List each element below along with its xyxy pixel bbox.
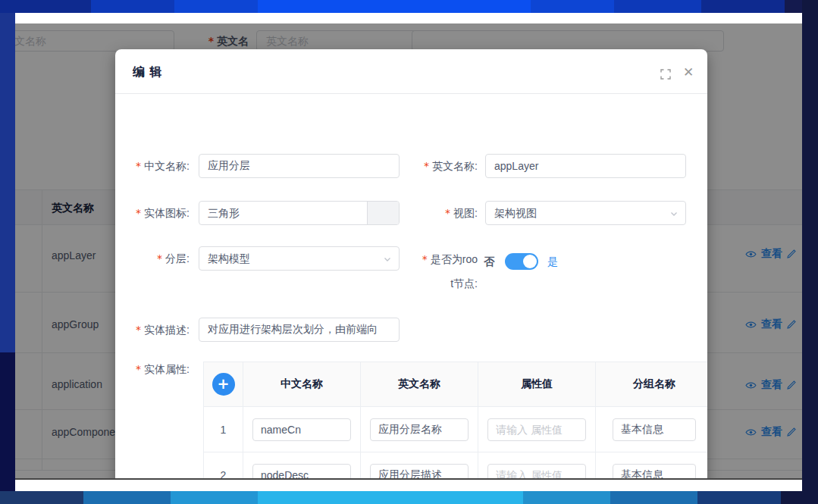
attribute-row: 1 xyxy=(204,406,707,452)
toggle-knob xyxy=(523,255,537,268)
entity-desc-label: *实体描述: xyxy=(115,318,190,342)
browser-viewport: *英文名 英文名称 appLayer appGroup application … xyxy=(15,23,802,480)
left-frame-lower xyxy=(0,352,15,491)
cn-name-input[interactable] xyxy=(199,154,400,178)
attribute-row: 2 xyxy=(204,452,707,480)
attr-value-input[interactable] xyxy=(487,464,586,481)
required-asterisk: * xyxy=(422,253,428,265)
attr-en-input[interactable] xyxy=(370,464,469,481)
app-screen: *英文名 英文名称 appLayer appGroup application … xyxy=(15,13,802,491)
modal-title: 编 辑 xyxy=(133,49,162,94)
attr-en-input[interactable] xyxy=(370,418,469,441)
layer-select[interactable]: 架构模型 xyxy=(199,246,400,271)
fullscreen-button[interactable] xyxy=(659,67,672,81)
modal-body: *中文名称: *英文名称: *实体图标: 三角形 xyxy=(115,94,707,480)
entity-desc-input[interactable] xyxy=(199,318,400,342)
attr-group-input[interactable] xyxy=(613,418,696,441)
fullscreen-icon xyxy=(660,69,671,80)
view-select[interactable]: 架构视图 xyxy=(485,201,686,225)
attr-header-value: 属性值 xyxy=(478,362,596,406)
layer-label: *分层: xyxy=(115,246,190,271)
en-name-label: *英文名称: xyxy=(403,154,478,178)
entity-attrs-label: *实体属性: xyxy=(115,357,190,381)
bottom-banner xyxy=(0,491,818,504)
close-icon: ✕ xyxy=(683,66,694,80)
attribute-table-header: + 中文名称 英文名称 属性值 分组名称 xyxy=(204,362,707,406)
attr-cn-input[interactable] xyxy=(252,418,351,441)
attr-group-input[interactable] xyxy=(613,464,696,481)
row-index: 2 xyxy=(204,452,243,480)
top-banner xyxy=(0,0,818,13)
required-asterisk: * xyxy=(136,160,141,172)
layer-select-value: 架构模型 xyxy=(208,252,250,265)
left-frame-upper xyxy=(0,13,15,352)
required-asterisk: * xyxy=(136,363,141,375)
chevron-down-icon xyxy=(669,209,679,218)
is-root-toggle[interactable] xyxy=(505,253,538,270)
modal-header: 编 辑 ✕ xyxy=(115,49,707,94)
toggle-on-label: 是 xyxy=(547,253,558,270)
toggle-off-label: 否 xyxy=(484,253,494,270)
is-root-label-line2: t节点: xyxy=(403,275,478,292)
attr-value-input[interactable] xyxy=(487,418,586,441)
close-button[interactable]: ✕ xyxy=(682,66,695,80)
required-asterisk: * xyxy=(157,252,162,265)
is-root-label-line1: *是否为roo xyxy=(403,251,478,268)
add-attribute-button[interactable]: + xyxy=(212,373,235,396)
required-asterisk: * xyxy=(424,160,429,172)
en-name-input[interactable] xyxy=(485,154,686,178)
cn-name-label: *中文名称: xyxy=(115,154,190,178)
view-label: *视图: xyxy=(403,201,478,225)
attribute-table: + 中文名称 英文名称 属性值 分组名称 1 xyxy=(203,362,707,480)
decorative-frame: *英文名 英文名称 appLayer appGroup application … xyxy=(0,0,818,504)
chevron-down-icon xyxy=(383,255,392,264)
row-index: 1 xyxy=(204,407,243,452)
entity-icon-value: 三角形 xyxy=(208,202,240,224)
icon-picker-button[interactable] xyxy=(367,202,399,224)
required-asterisk: * xyxy=(136,324,141,336)
required-asterisk: * xyxy=(445,207,450,219)
attr-cn-input[interactable] xyxy=(252,464,351,481)
attr-header-cn: 中文名称 xyxy=(243,362,361,406)
edit-modal: 编 辑 ✕ *中文名称: *英文名称: xyxy=(115,49,707,480)
view-select-value: 架构视图 xyxy=(494,207,537,219)
attr-header-group: 分组名称 xyxy=(596,362,707,406)
entity-icon-label: *实体图标: xyxy=(115,201,190,225)
attr-header-en: 英文名称 xyxy=(361,362,478,406)
entity-icon-input[interactable]: 三角形 xyxy=(199,201,400,225)
right-frame xyxy=(802,0,818,504)
required-asterisk: * xyxy=(136,207,141,219)
